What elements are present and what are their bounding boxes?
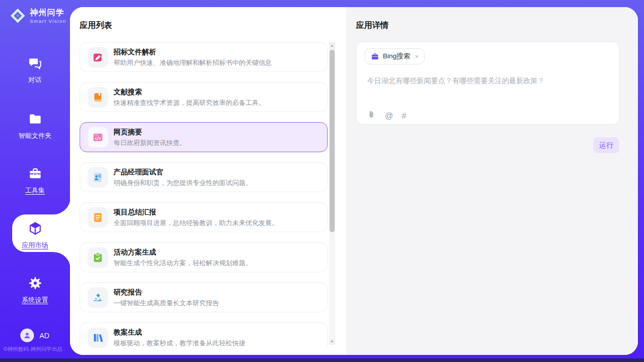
app-card-description: 一键智能生成高质量长文本研究报告 (114, 299, 219, 308)
sidebar-item-chat[interactable]: 对话 (0, 51, 70, 90)
sidebar-item-toolbox[interactable]: 工具集 (0, 161, 70, 201)
sidebar-item-label: 应用市场 (22, 241, 48, 250)
app-card[interactable]: 招标文件解析 帮助用户快速、准确地理解和解析招标书中的关键信息 (80, 42, 328, 72)
gear-icon (28, 276, 42, 292)
app-list: 招标文件解析 帮助用户快速、准确地理解和解析招标书中的关键信息 文献搜索 快速精… (80, 42, 328, 349)
bottom-edge-strip (0, 358, 644, 362)
app-card[interactable]: 教案生成 模板驱动，教案秒成，教学准备从此轻松快捷 (80, 322, 328, 349)
app-card-description: 帮助用户快速、准确地理解和解析招标书中的关键信息 (114, 58, 272, 67)
app-card-title: 产品经理面试官 (114, 168, 163, 177)
hash-icon[interactable]: # (402, 112, 406, 121)
sidebar-item-cube[interactable]: 应用市场 (0, 216, 70, 256)
tool-chip-label: Bing搜索 (383, 52, 410, 61)
app-card-description: 智能生成个性化活动方案，轻松解决规划难题。 (114, 259, 252, 268)
edit-icon (88, 47, 108, 67)
sidebar-item-label: 智能文件夹 (19, 131, 52, 140)
summary-doc-icon (88, 207, 108, 228)
app-card[interactable]: 产品经理面试官 明确身份和职责，为您提供专业性的面试问题。 (80, 162, 328, 192)
sidebar-item-label: 工具集 (25, 186, 45, 195)
app-card[interactable]: 文献搜索 快速精准查找学术资源，提高研究效率的必备工具。 (80, 82, 328, 112)
sidebar-item-label: 对话 (28, 76, 42, 85)
browser-code-icon (88, 127, 108, 148)
app-card-description: 每日政府新闻资讯快查。 (114, 138, 186, 148)
app-card[interactable]: 网页摘要 每日政府新闻资讯快查。 (80, 122, 328, 152)
app-list-panel: 应用列表 招标文件解析 帮助用户快速、准确地理解和解析招标书中的关键信息 文献搜… (70, 7, 346, 355)
app-card-title: 文献搜索 (114, 88, 142, 97)
app-card[interactable]: 项目总结汇报 全面回顾项目进展，总结经验教训，助力未来优化发展。 (80, 202, 328, 232)
user-account[interactable]: AD (20, 329, 49, 342)
scrollbar[interactable]: ▲ ▼ (329, 42, 335, 345)
brand-tagline: Smart Vision (30, 18, 66, 24)
paperclip-icon[interactable] (367, 110, 376, 122)
user-name: AD (40, 332, 49, 340)
app-detail-title: 应用详情 (356, 20, 388, 31)
cube-icon (28, 222, 42, 237)
interviewer-icon (88, 167, 108, 188)
run-button[interactable]: 运行 (593, 137, 619, 153)
sidebar: 神州问学 Smart Vision 对话 智能文件夹 工具集 应用市场 系统设置… (0, 0, 70, 362)
app-card-title: 活动方案生成 (114, 248, 156, 257)
toolbox-icon (28, 167, 42, 183)
brand-logo: 神州问学 Smart Vision (9, 7, 66, 24)
chat-icon (28, 56, 42, 72)
app-card-title: 招标文件解析 (114, 48, 156, 57)
scrollbar-thumb[interactable] (330, 50, 335, 232)
app-card[interactable]: 活动方案生成 智能生成个性化活动方案，轻松解决规划难题。 (80, 242, 328, 272)
folder-icon (28, 112, 42, 128)
prompt-card: Bing搜索 × 今日湖北有哪些新闻要点？有哪些需要关注的最新政策？ @# (356, 42, 620, 125)
app-card-title: 网页摘要 (114, 128, 142, 137)
close-icon[interactable]: × (415, 53, 419, 60)
tool-chip-bing-search[interactable]: Bing搜索 × (365, 48, 424, 64)
app-list-title: 应用列表 (80, 20, 112, 31)
at-icon[interactable]: @ (385, 112, 393, 121)
main-content: 应用列表 招标文件解析 帮助用户快速、准确地理解和解析招标书中的关键信息 文献搜… (70, 7, 638, 355)
sidebar-item-gear[interactable]: 系统设置 (0, 271, 70, 310)
app-card-title: 项目总结汇报 (114, 208, 156, 217)
app-card-description: 快速精准查找学术资源，提高研究效率的必备工具。 (114, 98, 265, 107)
app-card-title: 教案生成 (114, 328, 142, 337)
scrollbar-down-arrow-icon[interactable]: ▼ (329, 338, 335, 345)
user-avatar-icon[interactable] (20, 329, 34, 342)
books-icon (88, 328, 108, 348)
sidebar-item-label: 系统设置 (22, 296, 48, 305)
input-toolbar: @# (367, 110, 406, 122)
logo-diamond-icon (9, 7, 26, 24)
app-card-description: 明确身份和职责，为您提供专业性的面试问题。 (114, 178, 252, 188)
app-detail-panel: 应用详情 Bing搜索 × 今日湖北有哪些新闻要点？有哪些需要关注的最新政策？ … (346, 7, 638, 355)
app-card[interactable]: 研究报告 一键智能生成高质量长文本研究报告 (80, 282, 328, 312)
query-input[interactable]: 今日湖北有哪些新闻要点？有哪些需要关注的最新政策？ (367, 77, 610, 86)
microscope-icon (88, 287, 108, 308)
app-card-description: 全面回顾项目进展，总结经验教训，助力未来优化发展。 (114, 219, 278, 228)
briefcase-icon (371, 52, 379, 61)
app-card-description: 模板驱动，教案秒成，教学准备从此轻松快捷 (114, 339, 245, 348)
sidebar-item-folder[interactable]: 智能文件夹 (0, 106, 70, 146)
app-card-title: 研究报告 (114, 288, 142, 297)
clipboard-check-icon (88, 247, 108, 268)
copyright-note: ©神州数码·神州问学出品 (4, 346, 74, 353)
scrollbar-up-arrow-icon[interactable]: ▲ (329, 42, 335, 49)
book-icon (88, 87, 108, 107)
brand-name: 神州问学 (30, 8, 66, 18)
